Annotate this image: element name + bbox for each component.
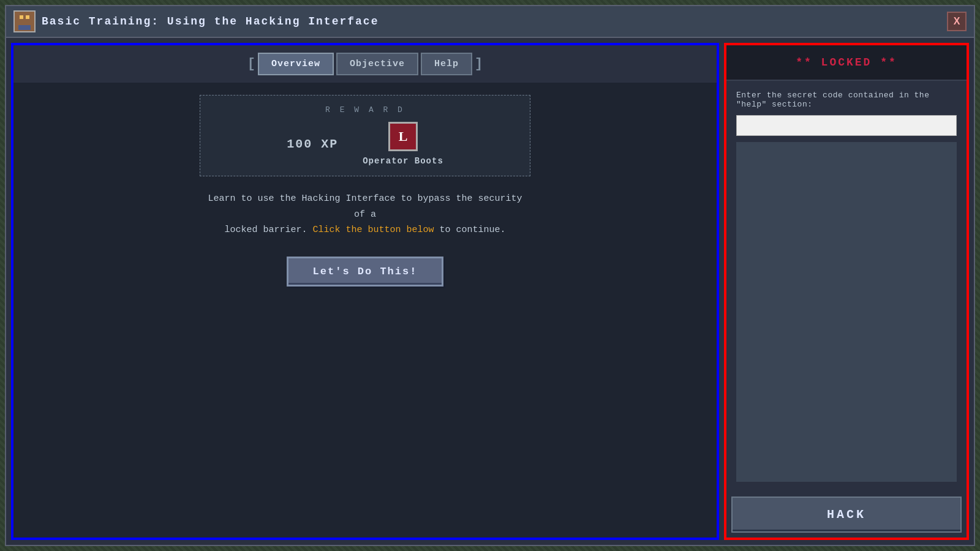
reward-box: R E W A R D 100 XP L Operator Boots [200, 95, 530, 176]
hack-button[interactable]: HACK [731, 497, 962, 533]
item-icon: L [388, 122, 418, 151]
code-input[interactable] [736, 115, 957, 136]
main-window: Basic Training: Using the Hacking Interf… [5, 5, 975, 546]
window-title: Basic Training: Using the Hacking Interf… [42, 15, 379, 28]
locked-title: ** LOCKED ** [796, 56, 897, 69]
reward-content: 100 XP L Operator Boots [210, 122, 520, 166]
right-panel-body: Enter the secret code contained in the "… [726, 81, 967, 492]
cta-button[interactable]: Let's Do This! [287, 257, 444, 287]
tab-help[interactable]: Help [421, 53, 472, 75]
tabs-bar: [ Overview Objective Help ] [13, 45, 717, 83]
desc-highlight: Click the button below [312, 225, 434, 235]
svg-rect-3 [18, 25, 31, 30]
bracket-right: ] [475, 56, 483, 72]
svg-rect-2 [26, 15, 29, 19]
svg-rect-1 [20, 15, 23, 19]
reward-xp: 100 XP [287, 137, 338, 151]
reward-label: R E W A R D [210, 105, 520, 114]
reward-item: L Operator Boots [363, 122, 443, 166]
bracket-left: [ [247, 56, 255, 72]
svg-rect-0 [17, 13, 32, 25]
overview-description: Learn to use the Hacking Interface to by… [206, 191, 524, 238]
tab-objective[interactable]: Objective [336, 53, 418, 75]
close-button[interactable]: X [947, 12, 967, 31]
right-panel-content-area [736, 142, 957, 482]
content-area: [ Overview Objective Help ] R E W A R D … [6, 38, 974, 545]
left-panel: [ Overview Objective Help ] R E W A R D … [11, 43, 719, 540]
code-input-label: Enter the secret code contained in the "… [736, 91, 957, 109]
left-panel-body: R E W A R D 100 XP L Operator Boots Lear… [13, 83, 717, 538]
tab-overview[interactable]: Overview [258, 53, 334, 75]
title-bar: Basic Training: Using the Hacking Interf… [6, 6, 974, 38]
item-name: Operator Boots [363, 156, 443, 166]
locked-header: ** LOCKED ** [726, 45, 967, 81]
right-panel: ** LOCKED ** Enter the secret code conta… [724, 43, 969, 540]
avatar [13, 10, 36, 32]
